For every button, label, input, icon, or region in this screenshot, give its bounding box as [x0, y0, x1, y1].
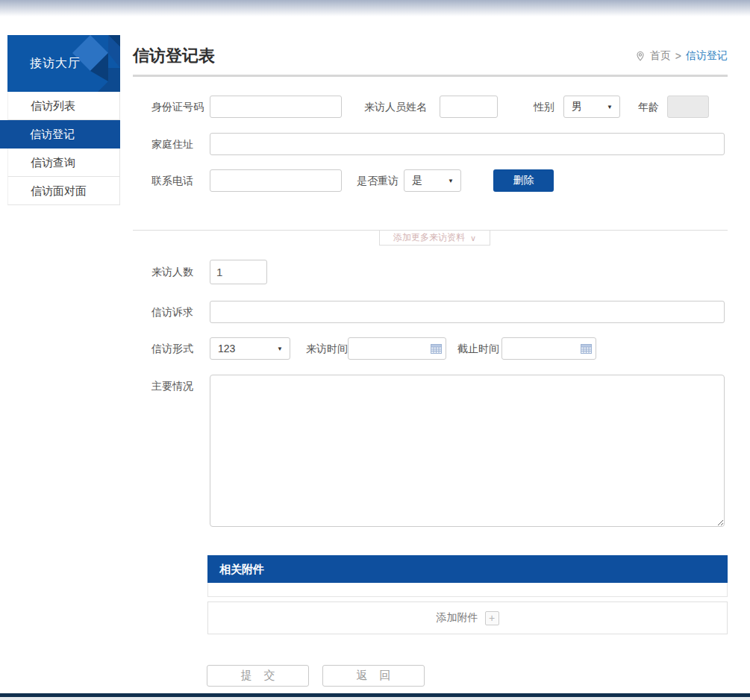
deadline-field [501, 337, 596, 360]
petition-form-label: 信访形式 [151, 337, 193, 360]
home-address-label: 家庭住址 [151, 133, 193, 155]
page-title: 信访登记表 [133, 45, 215, 67]
petition-form-select-value: 123 [210, 343, 277, 354]
attachments-empty-row [207, 583, 728, 597]
bottom-gray-strip [0, 697, 750, 700]
appeal-input[interactable] [210, 301, 725, 323]
gender-label: 性别 [534, 96, 554, 118]
main-situation-textarea[interactable] [210, 375, 725, 527]
add-more-visitors-label: 添加更多来访资料 [393, 231, 465, 244]
title-divider [133, 75, 728, 77]
gender-select[interactable]: 男 ▼ [563, 96, 620, 118]
age-label: 年龄 [638, 96, 659, 118]
plus-icon[interactable]: + [485, 611, 499, 625]
visitor-name-input[interactable] [440, 96, 498, 118]
top-gradient-bar [0, 0, 750, 16]
add-attachment-label: 添加附件 [437, 611, 478, 625]
caret-down-icon: ▼ [277, 346, 290, 352]
chevron-down-icon: ∨ [470, 234, 476, 242]
visitor-name-label: 来访人员姓名 [364, 96, 427, 118]
breadcrumb-current[interactable]: 信访登记 [686, 49, 728, 63]
gender-select-value: 男 [564, 100, 607, 113]
revisit-select-value: 是 [404, 174, 448, 187]
breadcrumb-separator: > [675, 50, 681, 62]
visit-time-field [348, 337, 446, 360]
calendar-icon[interactable] [431, 343, 442, 354]
sidebar-item-xinfang-register[interactable]: 信访登记 [0, 120, 120, 149]
sidebar: 接访大厅 信访列表 信访登记 信访查询 信访面对面 [0, 35, 120, 205]
breadcrumb: 首页 > 信访登记 [635, 49, 728, 63]
main-content: 信访登记表 首页 > 信访登记 身份证号码 来访人员姓名 性别 男 ▼ 年龄 家… [133, 41, 728, 698]
breadcrumb-home[interactable]: 首页 [650, 49, 671, 63]
phone-input[interactable] [210, 169, 342, 192]
petition-form-select[interactable]: 123 ▼ [210, 337, 290, 360]
revisit-select[interactable]: 是 ▼ [404, 169, 461, 192]
attachments-header: 相关附件 [207, 555, 728, 583]
calendar-icon[interactable] [581, 343, 592, 354]
caret-down-icon: ▼ [607, 104, 619, 110]
appeal-label: 信访诉求 [151, 301, 193, 323]
sidebar-item-xinfang-list[interactable]: 信访列表 [7, 92, 120, 120]
add-attachment-row: 添加附件 + [207, 601, 728, 634]
deadline-label: 截止时间 [457, 337, 499, 360]
home-address-input[interactable] [210, 133, 725, 155]
main-situation-label: 主要情况 [151, 378, 193, 393]
sidebar-menu: 信访列表 信访登记 信访查询 信访面对面 [0, 92, 120, 205]
sidebar-item-xinfang-facetoface[interactable]: 信访面对面 [7, 177, 120, 205]
visitor-count-label: 来访人数 [151, 260, 193, 284]
revisit-label: 是否重访 [357, 169, 399, 192]
visit-time-label: 来访时间 [306, 337, 348, 360]
add-more-visitors-toggle[interactable]: 添加更多来访资料 ∨ [379, 231, 490, 246]
location-pin-icon [635, 51, 646, 62]
visitor-count-input[interactable] [210, 260, 267, 284]
back-button[interactable]: 返 回 [322, 665, 425, 687]
id-number-input[interactable] [210, 96, 342, 118]
caret-down-icon: ▼ [448, 178, 460, 184]
sidebar-title: 接访大厅 [30, 56, 81, 72]
submit-button[interactable]: 提 交 [207, 665, 309, 687]
sidebar-item-xinfang-query[interactable]: 信访查询 [7, 149, 120, 177]
age-input [667, 96, 709, 118]
phone-label: 联系电话 [151, 169, 193, 192]
sidebar-header: 接访大厅 [7, 35, 120, 92]
delete-button[interactable]: 删除 [493, 169, 554, 192]
id-number-label: 身份证号码 [151, 96, 204, 118]
